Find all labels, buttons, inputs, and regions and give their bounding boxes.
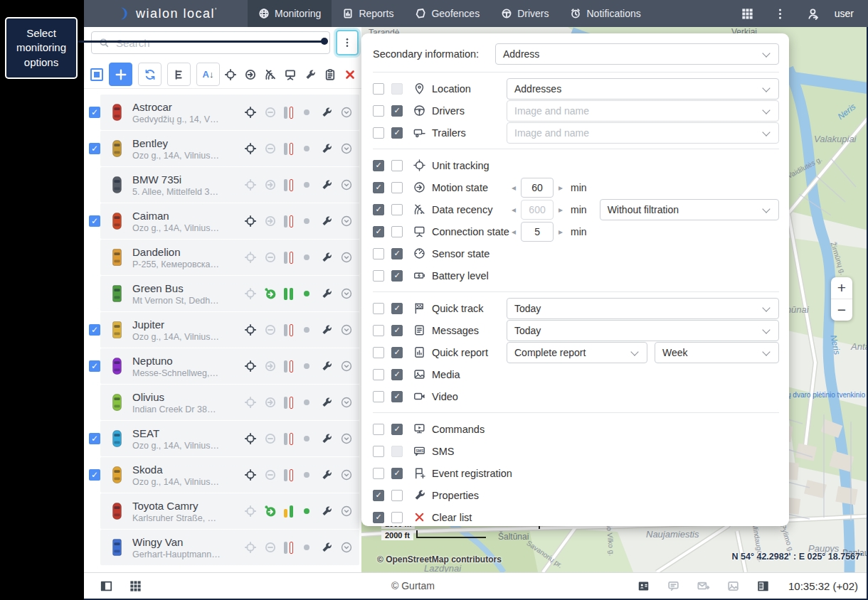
unit-card[interactable]: AstrocarGedvydžių g., 14, Vilni...	[100, 95, 359, 130]
no-signal-icon[interactable]	[264, 68, 277, 81]
tab-geofences[interactable]: Geofences	[404, 0, 490, 27]
unit-properties-icon[interactable]	[320, 287, 333, 300]
commands-checkbox-2[interactable]: ✓	[391, 424, 403, 435]
properties-checkbox-2[interactable]	[391, 490, 403, 501]
event-registration-checkbox-1[interactable]	[373, 468, 384, 479]
crosshair-icon[interactable]	[244, 505, 257, 518]
quick-report-select[interactable]: Complete report	[507, 342, 647, 363]
stepper-decrease-icon[interactable]: ◂	[507, 205, 521, 215]
unit-properties-icon[interactable]	[320, 505, 333, 518]
trailers-checkbox-2[interactable]: ✓	[391, 127, 403, 139]
unit-expand-icon[interactable]	[340, 251, 353, 264]
motion-state-icon[interactable]	[264, 106, 277, 119]
unit-properties-icon[interactable]	[320, 468, 333, 481]
unit-expand-icon[interactable]	[340, 215, 353, 227]
unit-card[interactable]: JupiterOzo g., 14A, Vilnius, Li...	[100, 312, 359, 348]
properties-checkbox-1[interactable]: ✓	[373, 490, 384, 501]
unit-properties-icon[interactable]	[320, 142, 333, 155]
monitor-icon[interactable]	[284, 68, 297, 81]
crosshair-icon[interactable]	[224, 68, 237, 81]
commands-checkbox-1[interactable]	[373, 424, 384, 435]
clear-x-icon[interactable]	[344, 68, 356, 81]
motion-state-icon[interactable]	[264, 178, 277, 191]
crosshair-icon[interactable]	[244, 360, 257, 373]
clear-list-checkbox-2[interactable]	[391, 512, 403, 523]
motion-state-icon[interactable]	[264, 432, 277, 445]
chat-icon[interactable]	[667, 579, 680, 593]
crosshair-icon[interactable]	[244, 432, 257, 445]
unit-expand-icon[interactable]	[340, 142, 353, 155]
crosshair-icon[interactable]	[244, 178, 257, 191]
kebab-icon[interactable]	[773, 7, 787, 21]
motion-state-icon[interactable]	[264, 396, 277, 409]
motion-state-icon[interactable]	[264, 287, 277, 300]
motion-state-icon[interactable]	[264, 505, 277, 518]
motion-state-icon[interactable]	[264, 360, 277, 373]
unit-tracking-checkbox-2[interactable]	[391, 160, 403, 171]
unit-expand-icon[interactable]	[340, 323, 353, 336]
zoom-out-button[interactable]: −	[831, 299, 852, 321]
unit-properties-icon[interactable]	[320, 432, 333, 445]
unit-checkbox[interactable]: ✓	[89, 433, 100, 444]
unit-card[interactable]: SkodaOzo g., 14A, Vilnius, Li...	[100, 457, 359, 493]
unit-expand-icon[interactable]	[340, 178, 353, 191]
unit-checkbox[interactable]: ✓	[89, 107, 100, 118]
quick-track-checkbox-1[interactable]	[373, 303, 384, 314]
unit-checkbox[interactable]: ✓	[89, 469, 100, 481]
unit-card[interactable]: DandelionР-255, Кемеровская ...	[100, 240, 359, 275]
unit-card[interactable]: NeptunoMesse-Schnellweg, Mi...	[100, 348, 359, 384]
mail-in-icon[interactable]	[697, 579, 710, 593]
unit-expand-icon[interactable]	[340, 541, 353, 554]
clear-list-checkbox-1[interactable]: ✓	[373, 512, 384, 523]
motion-state-icon[interactable]	[264, 142, 277, 155]
tab-notifications[interactable]: Notifications	[559, 0, 651, 27]
crosshair-icon[interactable]	[244, 323, 257, 336]
location-select[interactable]: Addresses	[507, 78, 779, 100]
unit-properties-icon[interactable]	[320, 215, 333, 227]
unit-card[interactable]: Toyota CamryKarlsruher Straße, Laa...	[100, 493, 359, 529]
stepper-increase-icon[interactable]: ▸	[554, 227, 568, 237]
monitoring-options-button[interactable]	[336, 30, 359, 55]
crosshair-icon[interactable]	[244, 287, 257, 300]
unit-expand-icon[interactable]	[340, 287, 353, 300]
sort-az-button[interactable]: A↓	[196, 63, 220, 86]
tree-view-button[interactable]	[167, 63, 191, 86]
data-recency-checkbox-2[interactable]	[391, 204, 403, 215]
motion-state-checkbox-2[interactable]	[391, 182, 403, 193]
motion-state-icon[interactable]	[264, 468, 277, 481]
unit-card[interactable]: CaimanOzo g., 14A, Vilnius, Li...	[100, 203, 359, 239]
motion-state-icon[interactable]	[264, 541, 277, 554]
unit-checkbox[interactable]: ✓	[89, 143, 100, 154]
zoom-in-button[interactable]: +	[831, 277, 852, 299]
unit-expand-icon[interactable]	[340, 432, 353, 445]
crosshair-icon[interactable]	[244, 396, 257, 409]
trailers-select[interactable]: Image and name	[507, 122, 779, 144]
data-recency-filter-select[interactable]: Without filtration	[600, 199, 779, 220]
unit-expand-icon[interactable]	[340, 468, 353, 481]
trailers-checkbox-1[interactable]	[373, 127, 384, 139]
connection-state-checkbox-2[interactable]	[391, 226, 403, 237]
unit-expand-icon[interactable]	[340, 396, 353, 409]
sms-checkbox-1[interactable]	[373, 446, 384, 457]
unit-search-box[interactable]	[91, 31, 330, 54]
media-checkbox-2[interactable]: ✓	[391, 369, 403, 380]
sensor-state-checkbox-1[interactable]	[373, 248, 384, 259]
connection-state-value[interactable]: 5	[521, 222, 554, 242]
connection-state-checkbox-1[interactable]: ✓	[373, 226, 384, 237]
motion-state-checkbox-1[interactable]: ✓	[373, 182, 384, 193]
messages-select[interactable]: Today	[507, 320, 779, 341]
crosshair-icon[interactable]	[244, 142, 257, 155]
media-checkbox-1[interactable]	[373, 369, 384, 380]
wrench-icon[interactable]	[304, 68, 317, 81]
messages-checkbox-1[interactable]	[373, 325, 384, 336]
event-registration-checkbox-2[interactable]: ✓	[391, 468, 403, 479]
photo-icon[interactable]	[726, 579, 740, 593]
apps-grid-icon[interactable]	[129, 579, 142, 593]
unit-properties-icon[interactable]	[320, 106, 333, 119]
unit-properties-icon[interactable]	[320, 251, 333, 264]
unit-properties-icon[interactable]	[320, 396, 333, 409]
battery-level-checkbox-1[interactable]	[373, 270, 384, 282]
motion-state-icon[interactable]	[264, 215, 277, 227]
data-recency-checkbox-1[interactable]: ✓	[373, 204, 384, 215]
motion-state-icon[interactable]	[264, 323, 277, 336]
